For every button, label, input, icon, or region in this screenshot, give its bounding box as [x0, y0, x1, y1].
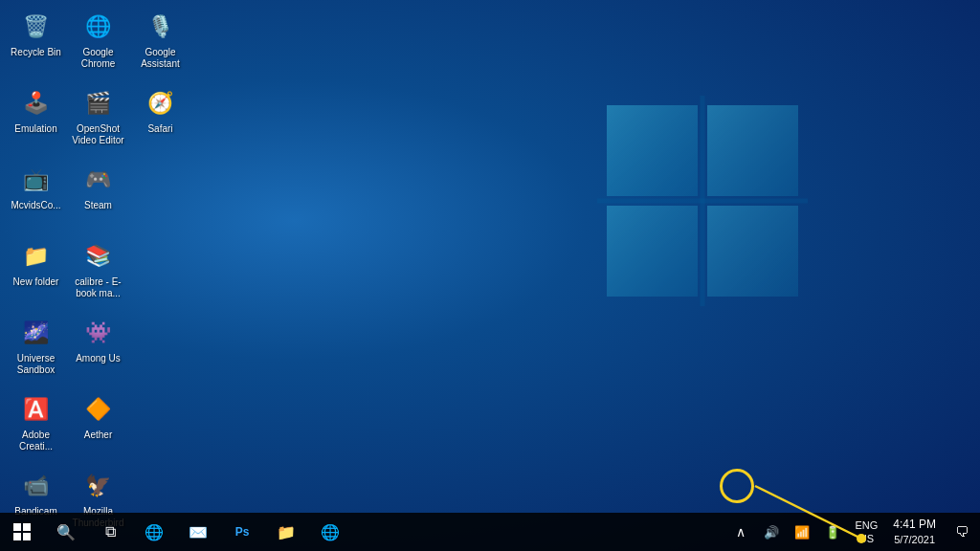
battery-icon: 🔋 — [825, 525, 840, 540]
svg-marker-0 — [607, 105, 698, 196]
desktop-icon-adobe[interactable]: 🅰️ Adobe Creati... — [5, 387, 67, 464]
emulation-label: Emulation — [14, 123, 56, 135]
lang-us: US — [859, 532, 874, 545]
highlight-circle — [720, 469, 754, 503]
mail-taskbar-button[interactable]: ✉️ — [176, 513, 220, 551]
windows-logo — [597, 96, 808, 306]
language-indicator[interactable]: ENG US — [851, 513, 881, 551]
svg-rect-11 — [23, 533, 31, 540]
desktop-icon-google-assistant[interactable]: 🎙️ Google Assistant — [129, 5, 191, 81]
calibre-icon: 📚 — [81, 239, 116, 274]
clock-date: 5/7/2021 — [894, 533, 935, 546]
desktop: 🗑️ Recycle Bin 🌐 Google Chrome 🎙️ Google… — [0, 0, 980, 551]
desktop-icon-aether[interactable]: 🔶 Aether — [67, 387, 129, 464]
recycle-bin-label: Recycle Bin — [11, 47, 61, 58]
universe-sandbox-icon: 🌌 — [19, 316, 54, 350]
battery-tray-icon[interactable]: 🔋 — [818, 513, 847, 551]
svg-rect-10 — [13, 533, 21, 540]
desktop-icon-chrome[interactable]: 🌐 Google Chrome — [67, 5, 129, 81]
among-us-label: Among Us — [76, 353, 121, 364]
desktop-icon-recycle-bin[interactable]: 🗑️ Recycle Bin — [5, 5, 67, 81]
desktop-icon-calibre[interactable]: 📚 calibre - E-book ma... — [67, 234, 129, 311]
taskbar-pinned-apps: 🌐 ✉️ Ps 📁 🌐 — [132, 513, 352, 551]
aether-icon: 🔶 — [81, 392, 116, 427]
desktop-icon-new-folder[interactable]: 📁 New folder — [5, 234, 67, 311]
desktop-icon-steam[interactable]: 🎮 Steam — [67, 158, 129, 234]
system-tray: ∧ 🔊 📶 🔋 — [726, 513, 847, 551]
clock[interactable]: 4:41 PM 5/7/2021 — [885, 513, 944, 551]
svg-marker-1 — [707, 105, 798, 196]
desktop-icon-mcvids[interactable]: 📺 McvidsCo... — [5, 158, 67, 234]
steam-label: Steam — [84, 200, 112, 211]
search-button[interactable]: 🔍 — [44, 513, 88, 551]
taskbar-right: ∧ 🔊 📶 🔋 ENG US 4:41 PM — [726, 513, 980, 551]
emulation-icon: 🕹️ — [19, 86, 54, 121]
safari-icon: 🧭 — [144, 86, 178, 121]
new-folder-label: New folder — [13, 276, 59, 288]
taskbar: 🔍 ⧉ 🌐 ✉️ Ps 📁 — [0, 513, 980, 551]
mcvids-icon: 📺 — [19, 163, 54, 197]
ps-icon: Ps — [235, 525, 250, 539]
search-icon: 🔍 — [56, 523, 76, 541]
svg-rect-8 — [13, 523, 21, 531]
notification-button[interactable]: 🗨 — [947, 513, 976, 551]
start-button[interactable] — [0, 513, 44, 551]
task-view-button[interactable]: ⧉ — [88, 513, 132, 551]
calibre-label: calibre - E-book ma... — [70, 276, 126, 299]
network-icon: 📶 — [794, 525, 810, 540]
among-us-icon: 👾 — [81, 316, 116, 350]
thunderbird-icon: 🦅 — [81, 469, 116, 503]
edge-taskbar-button[interactable]: 🌐 — [132, 513, 176, 551]
edge-icon: 🌐 — [145, 523, 164, 541]
adobe-label: Adobe Creati... — [8, 430, 64, 452]
aether-label: Aether — [84, 430, 112, 441]
ps-taskbar-button[interactable]: Ps — [220, 513, 264, 551]
speaker-icon: 🔊 — [764, 525, 779, 540]
google-assistant-label: Google Assistant — [132, 47, 189, 70]
chrome-label: Google Chrome — [70, 47, 126, 70]
safari-label: Safari — [147, 123, 172, 135]
svg-marker-3 — [707, 206, 798, 297]
task-view-icon: ⧉ — [105, 523, 116, 540]
mcvids-label: McvidsCo... — [11, 200, 60, 211]
desktop-icon-safari[interactable]: 🧭 Safari — [129, 81, 191, 158]
recycle-bin-icon: 🗑️ — [19, 10, 54, 44]
speaker-tray-icon[interactable]: 🔊 — [757, 513, 786, 551]
desktop-icons-container: 🗑️ Recycle Bin 🌐 Google Chrome 🎙️ Google… — [5, 5, 191, 540]
tray-overflow-button[interactable]: ∧ — [726, 513, 755, 551]
chrome-icon: 🌐 — [81, 10, 116, 44]
network-tray-icon[interactable]: 📶 — [788, 513, 816, 551]
notification-icon: 🗨 — [955, 524, 969, 540]
chrome-taskbar-button[interactable]: 🌐 — [308, 513, 352, 551]
chevron-up-icon: ∧ — [736, 524, 746, 540]
bandicam-icon: 📹 — [19, 469, 54, 503]
steam-icon: 🎮 — [81, 163, 116, 197]
folder-taskbar-button[interactable]: 📁 — [264, 513, 308, 551]
desktop-icon-openshot[interactable]: 🎬 OpenShot Video Editor — [67, 81, 129, 158]
universe-sandbox-label: Universe Sandbox — [8, 353, 64, 376]
clock-time: 4:41 PM — [893, 518, 936, 533]
taskbar-left: 🔍 ⧉ 🌐 ✉️ Ps 📁 — [0, 513, 352, 551]
svg-rect-9 — [23, 523, 31, 531]
desktop-icon-universe-sandbox[interactable]: 🌌 Universe Sandbox — [5, 311, 67, 387]
adobe-icon: 🅰️ — [19, 392, 54, 427]
new-folder-icon: 📁 — [19, 239, 54, 274]
openshot-label: OpenShot Video Editor — [70, 123, 126, 146]
lang-eng: ENG — [855, 518, 878, 532]
folder-icon: 📁 — [277, 523, 296, 541]
desktop-icon-emulation[interactable]: 🕹️ Emulation — [5, 81, 67, 158]
desktop-icon-among-us[interactable]: 👾 Among Us — [67, 311, 129, 387]
openshot-icon: 🎬 — [81, 86, 116, 121]
google-assistant-icon: 🎙️ — [144, 10, 178, 44]
svg-marker-2 — [607, 206, 698, 297]
chrome-taskbar-icon: 🌐 — [321, 523, 340, 541]
mail-icon: ✉️ — [189, 523, 208, 541]
